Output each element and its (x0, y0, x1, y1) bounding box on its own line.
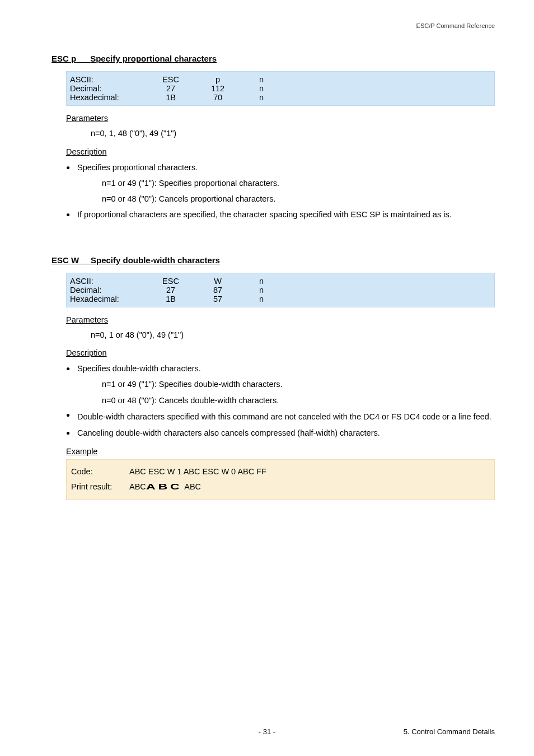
code-val: 27 (157, 286, 184, 295)
example-print-label: Print result: (71, 479, 129, 495)
code-val: n (251, 84, 271, 93)
description-heading: Description (66, 147, 495, 156)
parameters-heading: Parameters (66, 114, 495, 123)
table-row: Decimal: 27 112 n (67, 84, 494, 93)
bullet-sub: n=1 or 49 ("1"): Specifies double-width … (102, 376, 495, 392)
print-seg-wide: ABC (146, 479, 182, 495)
table-row: ASCII: ESC W n (67, 277, 494, 286)
section-text: Specify proportional characters (90, 54, 217, 63)
example-code-value: ABC ESC W 1 ABC ESC W 0 ABC FF (129, 464, 266, 480)
code-val: 70 (204, 93, 231, 102)
bullet-sub: n=1 or 49 ("1"): Specifies proportional … (102, 175, 495, 191)
description-list: Specifies proportional characters. n=1 o… (66, 160, 495, 223)
print-seg-normal: ABC (129, 479, 146, 495)
code-val: 87 (204, 286, 231, 295)
code-val: p (204, 75, 231, 84)
code-val: n (251, 295, 271, 304)
example-print-row: Print result: ABCABCABC (67, 479, 494, 495)
code-val: 27 (157, 84, 184, 93)
table-row: Decimal: 27 87 n (67, 286, 494, 295)
bullet-text: Canceling double-width characters also c… (77, 428, 380, 437)
code-val: 112 (204, 84, 231, 93)
section-title-escp: ESC p Specify proportional characters (51, 54, 495, 63)
page-footer: - 31 - 5. Control Command Details (0, 727, 534, 736)
list-item: Canceling double-width characters also c… (66, 425, 495, 441)
section-title-escw: ESC W Specify double-width characters (51, 255, 495, 265)
code-val: ESC (157, 277, 184, 286)
list-item: Specifies double-width characters. n=1 o… (66, 361, 495, 408)
code-rowlabel: ASCII: (70, 277, 137, 286)
section-cmd: ESC W (51, 255, 79, 265)
bullet-text: Double-width characters specified with t… (77, 412, 491, 421)
example-block: Code: ABC ESC W 1 ABC ESC W 0 ABC FF Pri… (66, 459, 495, 500)
example-heading: Example (66, 447, 495, 456)
code-table: ASCII: ESC W n Decimal: 27 87 n Hexadeci… (66, 273, 495, 307)
table-row: Hexadecimal: 1B 57 n (67, 295, 494, 304)
bullet-sub: n=0 or 48 ("0"): Cancels proportional ch… (102, 191, 495, 207)
bullet-text: Specifies proportional characters. (77, 163, 198, 172)
description-heading: Description (66, 348, 495, 357)
code-rowlabel: Decimal: (70, 286, 137, 295)
code-val: n (251, 277, 271, 286)
code-val: n (251, 93, 271, 102)
parameters-value: n=0, 1, 48 ("0"), 49 ("1") (91, 126, 495, 142)
list-item: Double-width characters specified with t… (66, 408, 495, 425)
code-val: W (204, 277, 231, 286)
list-item: Specifies proportional characters. n=1 o… (66, 160, 495, 207)
parameters-value: n=0, 1 or 48 ("0"), 49 ("1") (91, 328, 495, 343)
code-val: 1B (157, 93, 184, 102)
code-val: ESC (157, 75, 184, 84)
example-code-row: Code: ABC ESC W 1 ABC ESC W 0 ABC FF (67, 464, 494, 480)
example-code-label: Code: (71, 464, 129, 480)
code-val: 1B (157, 295, 184, 304)
code-rowlabel: Hexadecimal: (70, 93, 137, 102)
parameters-heading: Parameters (66, 315, 495, 324)
code-val: 57 (204, 295, 231, 304)
footer-section: 5. Control Command Details (404, 727, 495, 736)
section-body-escw: ASCII: ESC W n Decimal: 27 87 n Hexadeci… (66, 273, 495, 500)
section-body-escp: ASCII: ESC p n Decimal: 27 112 n Hexadec… (66, 71, 495, 223)
bullet-text: Specifies double-width characters. (77, 364, 201, 373)
section-text: Specify double-width characters (91, 255, 220, 265)
page-number: - 31 - (259, 727, 275, 736)
code-rowlabel: Hexadecimal: (70, 295, 137, 304)
code-val: n (251, 286, 271, 295)
bullet-text: If proportional characters are specified… (77, 210, 452, 219)
code-rowlabel: ASCII: (70, 75, 137, 84)
table-row: ASCII: ESC p n (67, 75, 494, 84)
description-list: Specifies double-width characters. n=1 o… (66, 361, 495, 441)
code-table: ASCII: ESC p n Decimal: 27 112 n Hexadec… (66, 71, 495, 106)
code-val: n (251, 75, 271, 84)
list-item: If proportional characters are specified… (66, 207, 495, 222)
table-row: Hexadecimal: 1B 70 n (67, 93, 494, 102)
print-seg-normal: ABC (184, 479, 201, 495)
code-rowlabel: Decimal: (70, 84, 137, 93)
bullet-sub: n=0 or 48 ("0"): Cancels double-width ch… (102, 393, 495, 408)
example-print-value: ABCABCABC (129, 479, 201, 495)
section-cmd: ESC p (51, 54, 76, 63)
page-header: ESC/P Command Reference (416, 22, 495, 29)
